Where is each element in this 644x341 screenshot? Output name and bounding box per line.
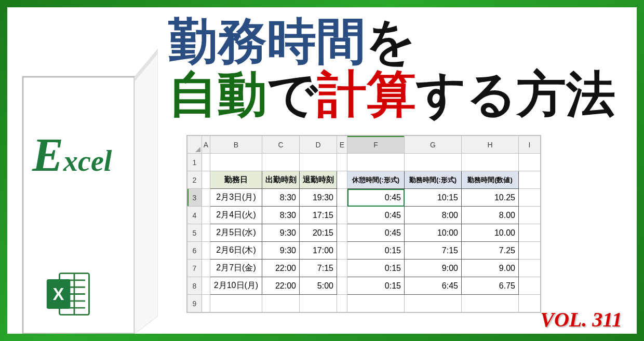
cell[interactable]: 6:45 (405, 277, 462, 295)
headline: 勤務時間を 自動で計算する方法 (168, 15, 615, 120)
row-header[interactable]: 3 (187, 189, 202, 207)
row-header[interactable]: 6 (187, 242, 202, 260)
cell[interactable]: 0:45 (347, 224, 405, 242)
table-header[interactable]: 勤務日 (210, 171, 262, 189)
cell[interactable]: 2月3日(月) (210, 189, 262, 207)
svg-text:X: X (53, 285, 64, 304)
headline-part: する方法 (416, 66, 615, 121)
cell[interactable] (202, 154, 210, 171)
row-header[interactable]: 7 (187, 260, 202, 277)
row-header[interactable]: 1 (187, 154, 202, 171)
cell[interactable]: 9:00 (405, 260, 462, 277)
cell[interactable]: 0:45 (347, 207, 405, 224)
svg-marker-2 (135, 49, 158, 81)
table-row: 3 2月3日(月) 8:30 19:30 0:45 10:15 10.25 (187, 189, 541, 207)
headline-part: で (267, 66, 317, 121)
row-header[interactable]: 8 (187, 277, 202, 295)
cell[interactable]: 9:30 (262, 242, 300, 260)
col-header-F[interactable]: F (347, 136, 405, 154)
row-header[interactable]: 4 (187, 207, 202, 224)
cell[interactable]: 7:15 (300, 260, 337, 277)
cell[interactable]: 20:15 (300, 224, 337, 242)
select-all-corner[interactable] (187, 136, 202, 154)
col-header-C[interactable]: C (262, 136, 300, 154)
thumbnail-inner: Excel X 勤務時間を 自動で計算する方法 (7, 7, 637, 334)
table-row: 7 2月7日(金) 22:00 7:15 0:15 9:00 9.00 (187, 260, 541, 277)
svg-marker-1 (135, 49, 158, 334)
cell[interactable]: 5:00 (300, 277, 337, 295)
headline-part: 勤務時間 (168, 13, 366, 69)
thumbnail-frame: Excel X 勤務時間を 自動で計算する方法 (0, 0, 644, 341)
volume-label: VOL. 311 (540, 307, 622, 332)
table-header[interactable]: 退勤時刻 (300, 171, 337, 189)
branding-initial: E (32, 129, 63, 181)
cell-selected[interactable]: 0:45 (347, 189, 405, 207)
cell[interactable]: 0:15 (347, 242, 405, 260)
headline-part: 計算 (317, 66, 416, 121)
column-headers: A B C D E F G H I (187, 136, 541, 154)
cell[interactable]: 17:15 (300, 207, 337, 224)
cell[interactable]: 10:15 (405, 189, 462, 207)
cell[interactable]: 2月7日(金) (210, 260, 262, 277)
cell[interactable]: 2月4日(火) (210, 207, 262, 224)
col-header-B[interactable]: B (210, 136, 262, 154)
cell[interactable]: 0:15 (347, 277, 405, 295)
table-row: 5 2月5日(水) 9:30 20:15 0:45 10:00 10.00 (187, 224, 541, 242)
cell[interactable]: 7:15 (405, 242, 462, 260)
col-header-E[interactable]: E (337, 136, 347, 154)
cell[interactable]: 2月6日(木) (210, 242, 262, 260)
cell[interactable]: 0:15 (347, 260, 405, 277)
cell[interactable]: 2月5日(水) (210, 224, 262, 242)
cell[interactable]: 10.00 (462, 224, 519, 242)
branding-text: Excel (32, 132, 112, 179)
row-2-headers: 2 勤務日 出勤時刻 退勤時刻 休憩時間(:形式) 勤務時間(:形式) 勤務時間… (187, 171, 541, 189)
excel-icon: X (45, 269, 94, 319)
col-header-H[interactable]: H (462, 136, 519, 154)
col-header-G[interactable]: G (405, 136, 462, 154)
spreadsheet[interactable]: A B C D E F G H I 1 2 勤務日 (186, 135, 541, 313)
cell[interactable]: 19:30 (300, 189, 337, 207)
row-header[interactable]: 9 (187, 295, 202, 312)
branding-rest: xcel (63, 145, 112, 177)
cell[interactable]: 7.25 (462, 242, 519, 260)
table-header[interactable]: 休憩時間(:形式) (347, 171, 405, 189)
col-header-D[interactable]: D (300, 136, 337, 154)
table-row: 8 2月10日(月) 22:00 5:00 0:15 6:45 6.75 (187, 277, 541, 295)
col-header-A[interactable]: A (202, 136, 210, 154)
headline-part: を (366, 13, 416, 69)
table-header[interactable]: 勤務時間(数値) (462, 171, 519, 189)
row-header[interactable]: 5 (187, 224, 202, 242)
cell[interactable]: 8:30 (262, 207, 300, 224)
table-row: 6 2月6日(木) 9:30 17:00 0:15 7:15 7.25 (187, 242, 541, 260)
cell[interactable]: 8:00 (405, 207, 462, 224)
table-header[interactable]: 勤務時間(:形式) (405, 171, 462, 189)
cell[interactable]: 17:00 (300, 242, 337, 260)
cell[interactable]: 9.00 (462, 260, 519, 277)
cell[interactable]: 8:30 (262, 189, 300, 207)
cell[interactable]: 10:00 (405, 224, 462, 242)
row-header[interactable]: 2 (187, 171, 202, 189)
cell[interactable]: 8.00 (462, 207, 519, 224)
table-row: 4 2月4日(火) 8:30 17:15 0:45 8:00 8.00 (187, 207, 541, 224)
headline-part: 自動 (168, 66, 267, 121)
cell[interactable]: 22:00 (262, 277, 300, 295)
cell[interactable]: 2月10日(月) (210, 277, 262, 295)
cell[interactable]: 9:30 (262, 224, 300, 242)
col-header-I[interactable]: I (519, 136, 541, 154)
cell[interactable]: 22:00 (262, 260, 300, 277)
row-1: 1 (187, 154, 541, 171)
cell[interactable]: 6.75 (462, 277, 519, 295)
row-9: 9 (187, 295, 541, 312)
table-header[interactable]: 出勤時刻 (262, 171, 300, 189)
cell[interactable]: 10.25 (462, 189, 519, 207)
